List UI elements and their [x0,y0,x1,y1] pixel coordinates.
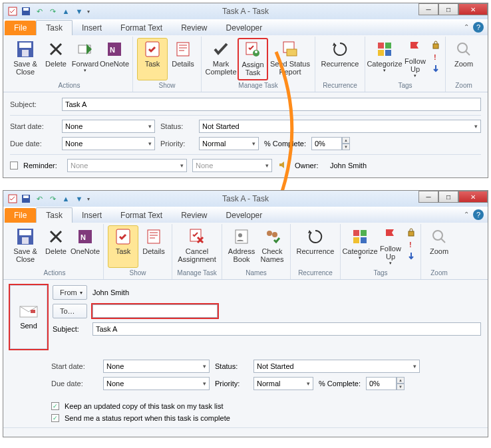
follow-up-button[interactable]: Follow Up▾ [401,38,429,80]
mark-complete-button[interactable]: Mark Complete [206,38,236,80]
help-icon[interactable]: ? [473,209,484,220]
pct-spinner[interactable]: ▲▼ [342,137,350,150]
reminder-time-picker[interactable]: None▾ [192,159,272,172]
svg-rect-18 [287,49,297,56]
keep-copy-checkbox[interactable]: ✓ [51,402,59,410]
private-icon[interactable] [406,227,416,237]
qat-more-icon[interactable]: ▾ [87,196,90,202]
reminder-date-picker[interactable]: None▾ [67,159,187,172]
svg-rect-22 [385,50,391,56]
reminder-checkbox[interactable] [10,162,18,169]
from-button[interactable]: From▾ [53,285,87,300]
due-date-picker[interactable]: None▾ [62,137,155,150]
save-icon[interactable] [21,6,31,17]
categorize-button[interactable]: Categorize▾ [345,225,375,268]
delete-button[interactable]: Delete [42,225,70,268]
status-select[interactable]: Not Started▾ [253,360,420,373]
tab-developer[interactable]: Developer [217,21,272,35]
categorize-button[interactable]: Categorize▾ [369,38,400,80]
status-select[interactable]: Not Started▾ [199,120,481,133]
high-importance-icon[interactable]: ! [406,239,416,249]
due-date-picker[interactable]: None▾ [103,377,210,390]
maximize-button[interactable]: □ [438,3,458,15]
prev-icon[interactable]: ▲ [61,193,71,204]
tab-review[interactable]: Review [172,21,216,35]
recurrence-button[interactable]: Recurrence [319,38,361,80]
tab-format-text[interactable]: Format Text [111,208,172,223]
private-icon[interactable] [430,39,441,50]
tab-insert[interactable]: Insert [73,21,111,35]
priority-select[interactable]: Normal▾ [199,137,259,150]
prev-icon[interactable]: ▲ [61,6,71,17]
qat-more-icon[interactable]: ▾ [87,9,90,15]
tab-review[interactable]: Review [172,208,216,223]
owner-label: Owner: [295,162,325,169]
next-icon[interactable]: ▼ [74,193,84,204]
tab-file[interactable]: File [5,21,36,35]
delete-button[interactable]: Delete [42,38,70,80]
tab-insert[interactable]: Insert [73,208,111,223]
svg-line-26 [466,51,470,55]
save-close-button[interactable]: Save & Close [10,38,41,80]
zoom-button[interactable]: Zoom [425,225,453,268]
zoom-button[interactable]: Zoom [450,38,478,80]
save-close-button[interactable]: Save & Close [10,225,41,268]
close-button[interactable]: ✕ [458,3,488,15]
recurrence-button[interactable]: Recurrence [295,225,336,268]
undo-icon[interactable]: ↶ [34,193,45,204]
save-icon[interactable] [21,193,31,204]
to-button[interactable]: To… [53,304,87,318]
redo-icon[interactable]: ↷ [47,6,58,17]
task-view-button[interactable]: Task [137,38,168,80]
high-importance-icon[interactable]: ! [430,51,441,62]
task-view-button[interactable]: Task [108,225,138,268]
app-icon [7,6,18,17]
forward-button[interactable]: Forward▾ [71,38,99,80]
send-status-button[interactable]: Send Status Report [269,38,311,80]
collapse-ribbon-icon[interactable]: ⌃ [464,23,469,31]
tab-task[interactable]: Task [36,207,73,223]
start-date-picker[interactable]: None▾ [62,120,155,133]
undo-icon[interactable]: ↶ [34,6,45,17]
address-book-button[interactable]: Address Book [226,225,257,268]
collapse-ribbon-icon[interactable]: ⌃ [464,211,469,218]
close-button[interactable]: ✕ [458,191,488,203]
low-importance-icon[interactable] [430,63,441,74]
task-form: Start date: None▾ Status: Not Started▾ D… [3,354,488,427]
minimize-button[interactable]: ─ [418,191,438,203]
subject-input[interactable] [62,98,481,111]
follow-up-button[interactable]: Follow Up▾ [377,225,405,268]
maximize-button[interactable]: □ [438,191,458,203]
pct-complete-input[interactable]: 0% [366,377,397,390]
start-date-picker[interactable]: None▾ [103,360,210,373]
details-button[interactable]: Details [169,38,197,80]
send-label: Send [20,322,37,330]
next-icon[interactable]: ▼ [74,6,84,17]
tab-format-text[interactable]: Format Text [111,21,172,35]
sound-icon[interactable] [277,159,289,172]
to-input[interactable] [92,304,218,318]
pct-complete-input[interactable]: 0% [311,137,342,150]
help-icon[interactable]: ? [473,22,484,33]
tab-developer[interactable]: Developer [217,208,272,223]
low-importance-icon[interactable] [406,251,416,261]
cancel-assignment-button[interactable]: Cancel Assignment [176,225,218,268]
onenote-button[interactable]: NOneNote [71,225,99,268]
status-report-checkbox[interactable]: ✓ [51,414,59,422]
pct-spinner[interactable]: ▲▼ [397,377,405,390]
svg-rect-4 [19,43,31,48]
task-form: Subject: Start date: None▾ Status: Not S… [3,92,488,177]
check-names-button[interactable]: Check Names [258,225,286,268]
tab-task[interactable]: Task [36,20,73,35]
assign-task-button[interactable]: Assign Task [238,38,268,80]
ribbon: Save & Close Delete NOneNote Actions Tas… [3,223,488,280]
subject-input[interactable] [92,322,481,336]
group-names-label: Names [246,269,267,278]
minimize-button[interactable]: ─ [418,3,438,15]
tab-file[interactable]: File [5,208,36,223]
priority-select[interactable]: Normal▾ [253,377,313,390]
details-button[interactable]: Details [140,225,168,268]
send-button[interactable]: Send [10,285,47,349]
redo-icon[interactable]: ↷ [47,193,58,204]
onenote-button[interactable]: NOneNote [100,38,128,80]
